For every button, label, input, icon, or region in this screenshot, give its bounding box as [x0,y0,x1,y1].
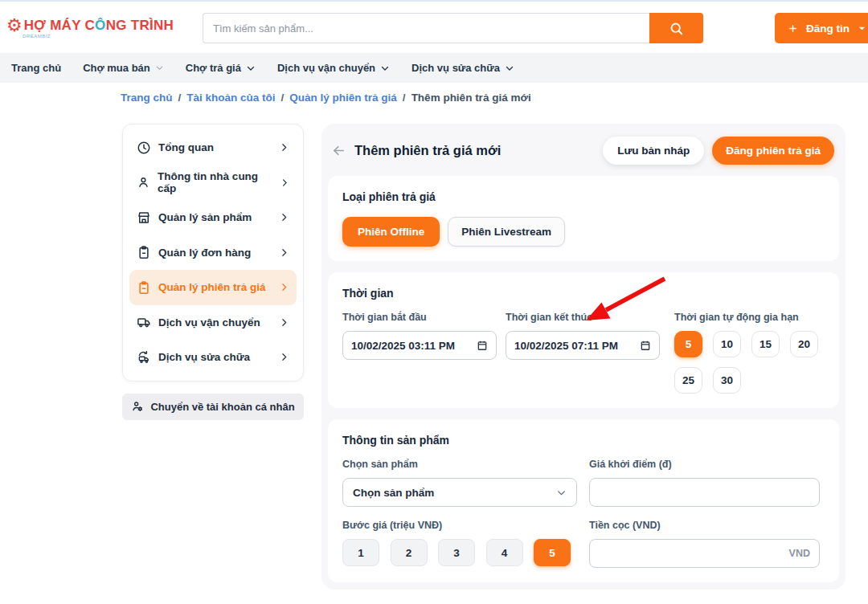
user-icon [137,175,150,190]
auto-extend-label: Thời gian tự động gia hạn [674,312,825,323]
start-time-input[interactable] [351,340,473,352]
sidebar-item-quan-ly-san-pham[interactable]: Quản lý sản phẩm [129,200,297,235]
repair-truck-icon [137,350,151,365]
main-nav: Trang chủ Chợ mua bán Chợ trả giá Dịch v… [0,53,868,83]
user-gear-icon [131,400,144,413]
calendar-icon [640,340,651,351]
main-header: Thêm phiên trả giá mới Lưu bản nháp Đăng… [321,124,845,176]
extend-option-5[interactable]: 5 [674,331,702,357]
sidebar-item-label: Tổng quan [158,141,214,153]
sidebar-item-label: Dịch vụ vận chuyển [158,316,260,329]
order-clipboard-icon [137,245,151,259]
brand-logo[interactable]: ⚙ HỢ MÁY CÔNG TRÌNH DREAMBIZ [6,17,174,39]
switch-account-label: Chuyển về tài khoản cá nhân [150,401,294,413]
chevron-down-icon [155,63,164,72]
deposit-label: Tiền cọc (VND) [589,520,820,531]
end-time-label: Thời gian kết thúc [506,312,660,323]
chevron-right-icon [279,317,289,328]
nav-item-cho-mua-ban[interactable]: Chợ mua bán [83,62,164,74]
plus-icon [788,23,798,34]
sidebar-item-label: Thông tin nhà cung cấp [158,170,272,194]
breadcrumb-current: Thêm phiên trả giá mới [411,92,531,104]
start-price-label: Giá khởi điểm (đ) [589,459,820,470]
page-title: Thêm phiên trả giá mới [354,143,501,158]
publish-session-button[interactable]: Đăng phiên trả giá [712,137,834,165]
extend-option-20[interactable]: 20 [790,331,818,357]
sidebar-item-quan-ly-don-hang[interactable]: Quản lý đơn hàng [129,235,297,271]
nav-item-dich-vu-sua-chua[interactable]: Dịch vụ sửa chữa [411,62,514,74]
sidebar-item-dich-vu-van-chuyen[interactable]: Dịch vụ vận chuyển [129,305,297,341]
bid-step-label: Bước giá (triệu VNĐ) [342,520,577,531]
search-input[interactable] [203,13,649,43]
nav-label: Dịch vụ sửa chữa [411,62,500,74]
bid-step-1[interactable]: 1 [342,539,379,566]
extend-option-30[interactable]: 30 [713,367,741,394]
start-time-picker[interactable] [342,331,497,360]
bid-step-5[interactable]: 5 [534,539,571,566]
bid-step-2[interactable]: 2 [391,539,428,566]
search-icon [669,21,684,36]
select-product-label: Chọn sản phẩm [342,459,577,470]
breadcrumb-link-home[interactable]: Trang chủ [121,92,173,104]
product-info-card: Thông tin sản phẩm Chọn sản phẩm Chọn sả… [328,419,839,582]
bid-step-3[interactable]: 3 [438,539,475,566]
extend-option-25[interactable]: 25 [674,367,702,394]
nav-item-dich-vu-van-chuyen[interactable]: Dịch vụ vận chuyển [277,62,390,74]
nav-label: Chợ mua bán [83,62,150,74]
chevron-down-icon [380,63,390,73]
product-select[interactable]: Chọn sản phẩm [342,478,577,507]
clock-icon [137,141,151,155]
auction-clipboard-icon [137,280,151,295]
header: ⚙ HỢ MÁY CÔNG TRÌNH DREAMBIZ Đăng tin [0,3,868,53]
post-listing-button[interactable]: Đăng tin [775,13,868,43]
auto-extend-options: 5 10 15 20 25 30 [674,331,825,394]
deposit-currency-suffix: VND [789,548,810,559]
store-icon [137,210,151,225]
end-time-input[interactable] [514,340,637,352]
post-listing-label: Đăng tin [806,22,850,35]
start-time-label: Thời gian bắt đầu [342,312,497,323]
bid-step-options: 1 2 3 4 5 [342,539,577,566]
chevron-right-icon [279,282,289,292]
breadcrumb: Trang chủ / Tài khoản của tôi / Quản lý … [121,92,531,104]
chevron-right-icon [280,178,289,188]
caret-down-icon [858,24,866,33]
session-type-offline-button[interactable]: Phiên Offline [342,217,440,247]
calendar-icon [477,340,488,351]
time-card: Thời gian Thời gian bắt đầu Thời gian kế… [328,272,839,408]
nav-label: Chợ trả giá [186,62,241,74]
deposit-input[interactable] [589,539,820,568]
search-bar [203,13,703,43]
extend-option-10[interactable]: 10 [713,331,741,357]
breadcrumb-link-account[interactable]: Tài khoản của tôi [186,92,275,104]
nav-item-trang-chu[interactable]: Trang chủ [11,62,61,74]
sidebar-item-thong-tin-nha-cung-cap[interactable]: Thông tin nhà cung cấp [129,165,297,201]
back-button[interactable] [331,143,346,158]
chevron-right-icon [279,142,289,153]
bid-step-4[interactable]: 4 [486,539,523,566]
session-type-title: Loại phiên trả giá [342,190,825,203]
start-price-input[interactable] [589,478,820,507]
chevron-right-icon [279,352,289,362]
brand-tagline: DREAMBIZ [23,34,174,39]
nav-label: Dịch vụ vận chuyển [277,62,375,74]
sidebar-item-label: Dịch vụ sửa chữa [158,351,250,363]
search-button[interactable] [649,13,703,43]
breadcrumb-separator: / [281,92,285,104]
sidebar-item-quan-ly-phien-tra-gia[interactable]: Quản lý phiên trả giá [129,270,297,305]
save-draft-button[interactable]: Lưu bản nháp [603,137,704,165]
session-type-livestream-button[interactable]: Phiên Livestream [448,217,565,247]
switch-to-personal-account-button[interactable]: Chuyển về tài khoản cá nhân [122,394,304,420]
session-type-card: Loại phiên trả giá Phiên Offline Phiên L… [328,176,839,261]
nav-item-cho-tra-gia[interactable]: Chợ trả giá [186,62,256,74]
sidebar-item-label: Quản lý phiên trả giá [158,281,266,293]
end-time-picker[interactable] [506,331,660,360]
chevron-down-icon [505,63,514,73]
extend-option-15[interactable]: 15 [751,331,780,357]
sidebar-item-dich-vu-sua-chua[interactable]: Dịch vụ sửa chữa [129,340,297,375]
sidebar-item-tong-quan[interactable]: Tổng quan [129,130,297,165]
page: ⚙ HỢ MÁY CÔNG TRÌNH DREAMBIZ Đăng tin [0,0,868,604]
time-title: Thời gian [342,287,825,300]
breadcrumb-link-auction-management[interactable]: Quản lý phiên trả giá [289,92,397,104]
chevron-down-icon [246,63,256,73]
